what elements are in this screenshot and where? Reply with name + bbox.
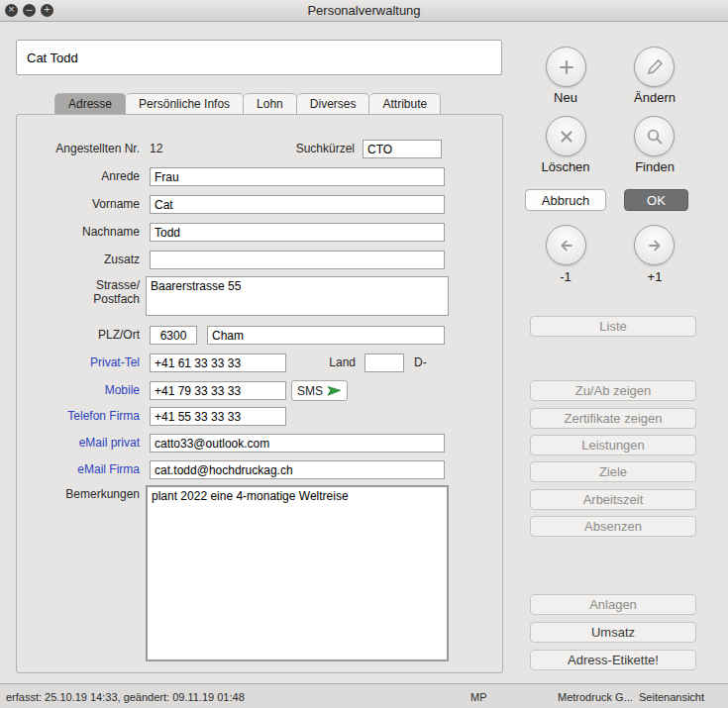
company-email-field[interactable] <box>150 460 445 479</box>
last-name-field[interactable] <box>150 223 445 242</box>
absenzen-button[interactable]: Absenzen <box>530 516 696 537</box>
tab-adresse[interactable]: Adresse <box>54 93 126 115</box>
country-label: Land <box>314 354 356 372</box>
street-label-line2: Postfach <box>21 292 140 306</box>
city-field[interactable] <box>207 326 445 345</box>
arrow-left-icon <box>557 236 576 255</box>
plus-icon <box>557 57 576 77</box>
private-phone-label: Privat-Tel <box>21 354 140 372</box>
titlebar: Personalverwaltung <box>0 0 728 22</box>
liste-button[interactable]: Liste <box>530 316 696 337</box>
first-name-label: Vorname <box>21 195 140 214</box>
loeschen-button[interactable] <box>546 116 586 156</box>
street-label-line1: Strasse/ <box>21 278 140 292</box>
neu-label: Neu <box>526 90 605 105</box>
street-label: Strasse/ Postfach <box>21 278 140 306</box>
remarks-label: Bemerkungen <box>21 485 140 504</box>
addition-field[interactable] <box>150 251 445 269</box>
tab-bar: Adresse Persönliche Infos Lohn Diverses … <box>54 93 441 115</box>
status-seitenansicht: Seitenansicht <box>639 691 704 703</box>
first-name-field[interactable] <box>150 195 445 214</box>
umsatz-button[interactable]: Umsatz <box>530 622 696 643</box>
plz-field[interactable] <box>150 326 197 345</box>
finden-button[interactable] <box>634 116 675 156</box>
record-timestamps: erfasst: 25.10.19 14:33, geändert: 09.11… <box>6 691 245 703</box>
private-email-label: eMail privat <box>21 434 140 453</box>
adresse-panel: Angestellten Nr. 12 Suchkürzel Anrede Vo… <box>16 114 503 673</box>
tab-diverses[interactable]: Diverses <box>297 93 370 115</box>
abbruch-button[interactable]: Abbruch <box>525 189 606 211</box>
company-email-label: eMail Firma <box>21 460 140 479</box>
ziele-button[interactable]: Ziele <box>530 461 696 482</box>
zertifikate-zeigen-button[interactable]: Zertifikate zeigen <box>530 408 696 429</box>
remarks-field[interactable]: plant 2022 eine 4-monatige Weltreise <box>146 485 449 661</box>
x-icon <box>557 127 576 147</box>
send-sms-icon <box>327 385 342 397</box>
previous-record-label: -1 <box>526 269 605 284</box>
anlagen-button[interactable]: Anlagen <box>530 594 696 615</box>
next-record-label: +1 <box>615 269 694 284</box>
private-email-field[interactable] <box>150 434 445 453</box>
private-phone-field[interactable] <box>150 354 286 372</box>
person-name-field[interactable] <box>16 40 502 75</box>
status-metrodruck: Metrodruck G... <box>558 691 633 703</box>
country-field[interactable] <box>364 354 404 372</box>
zuab-zeigen-button[interactable]: Zu/Ab zeigen <box>530 380 696 401</box>
pencil-icon <box>645 57 665 77</box>
ok-button[interactable]: OK <box>624 189 688 211</box>
status-bar: erfasst: 25.10.19 14:33, geändert: 09.11… <box>0 683 728 708</box>
employee-nr-label: Angestellten Nr. <box>21 140 140 158</box>
sms-button-label: SMS <box>297 384 323 398</box>
last-name-label: Nachname <box>21 223 140 242</box>
neu-button[interactable] <box>546 47 586 87</box>
tab-attribute[interactable]: Attribute <box>369 93 441 115</box>
arrow-right-icon <box>645 236 665 255</box>
arbeitszeit-button[interactable]: Arbeitszeit <box>530 489 696 510</box>
tab-persoenliche-infos[interactable]: Persönliche Infos <box>126 93 244 115</box>
street-field[interactable]: Baarerstrasse 55 <box>146 276 449 316</box>
search-code-label: Suchkürzel <box>244 140 355 158</box>
mobile-label: Mobile <box>21 381 140 400</box>
salutation-field[interactable] <box>150 167 445 186</box>
adress-etikette-button[interactable]: Adress-Etikette! <box>530 650 696 670</box>
company-phone-field[interactable] <box>150 407 286 426</box>
next-record-button[interactable] <box>634 225 675 265</box>
aendern-button[interactable] <box>634 47 675 87</box>
company-phone-label: Telefon Firma <box>21 407 140 426</box>
mobile-field[interactable] <box>150 381 286 400</box>
finden-label: Finden <box>615 159 694 174</box>
search-code-field[interactable] <box>363 140 442 158</box>
salutation-label: Anrede <box>21 167 140 186</box>
country-hint: D- <box>414 354 427 372</box>
aendern-label: Ändern <box>615 90 694 105</box>
previous-record-button[interactable] <box>546 225 586 265</box>
window-title: Personalverwaltung <box>0 3 728 18</box>
addition-label: Zusatz <box>21 251 140 269</box>
plz-ort-label: PLZ/Ort <box>21 326 140 345</box>
employee-nr-value: 12 <box>150 140 162 158</box>
tab-lohn[interactable]: Lohn <box>244 93 297 115</box>
sms-button[interactable]: SMS <box>291 380 348 401</box>
personalverwaltung-window: Personalverwaltung Adresse Persönliche I… <box>0 0 728 708</box>
leistungen-button[interactable]: Leistungen <box>530 435 696 455</box>
magnifier-icon <box>645 127 665 147</box>
status-mp: MP <box>470 691 487 703</box>
loeschen-label: Löschen <box>526 159 605 174</box>
